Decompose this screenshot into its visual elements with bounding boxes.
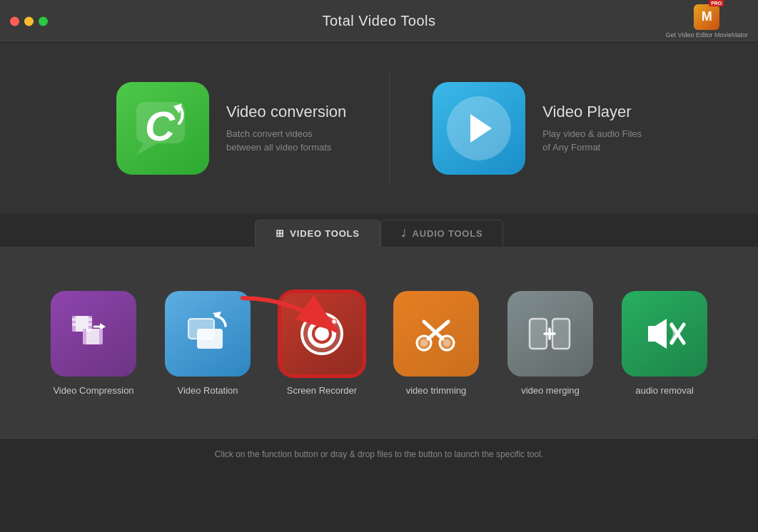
moviemator-icon: M PRO xyxy=(694,4,719,30)
video-rotation-icon-wrap xyxy=(165,291,251,377)
close-button[interactable] xyxy=(10,16,19,26)
pro-badge: PRO xyxy=(709,0,724,6)
svg-rect-15 xyxy=(99,329,103,344)
app-title: Total Video Tools xyxy=(323,13,436,29)
video-tools-tab-icon: ⊞ xyxy=(276,227,285,239)
svg-rect-14 xyxy=(83,329,86,344)
video-player-desc: Play video & audio Filesof Any Format xyxy=(542,127,642,155)
tool-screen-recorder[interactable]: Screen Recorder xyxy=(279,291,365,396)
screen-recorder-icon-wrap xyxy=(279,291,365,377)
tab-audio-tools[interactable]: ♩ AUDIO TOOLS xyxy=(380,220,504,247)
audio-removal-icon-wrap xyxy=(622,291,707,377)
play-bubble xyxy=(447,96,511,160)
play-triangle-icon xyxy=(470,114,492,143)
tab-video-tools[interactable]: ⊞ VIDEO TOOLS xyxy=(255,220,380,247)
video-trimming-icon-wrap xyxy=(393,291,479,377)
tool-video-trimming[interactable]: video trimming xyxy=(393,291,479,396)
tool-video-merging[interactable]: video merging xyxy=(507,291,593,396)
recorder-icon xyxy=(297,309,347,359)
featured-divider xyxy=(389,71,390,185)
tools-section: Video Compression Video Rotation xyxy=(0,247,758,439)
moviemator-label: Get Video Editor MovieMator xyxy=(666,31,748,39)
tool-video-rotation[interactable]: Video Rotation xyxy=(165,291,251,396)
merging-icon xyxy=(525,309,575,359)
status-text: Click on the function button or dray & d… xyxy=(215,449,543,459)
tabs-bar: ⊞ VIDEO TOOLS ♩ AUDIO TOOLS xyxy=(0,214,758,247)
removal-icon xyxy=(640,309,689,359)
moviemator-button[interactable]: M PRO Get Video Editor MovieMator xyxy=(666,4,748,39)
video-conversion-icon: C xyxy=(116,82,209,175)
screen-recorder-label: Screen Recorder xyxy=(287,385,357,396)
video-player-title: Video Player xyxy=(542,103,642,121)
svg-rect-9 xyxy=(89,318,92,321)
video-player-icon xyxy=(433,82,525,175)
video-conversion-title: Video conversion xyxy=(226,103,346,121)
svg-rect-10 xyxy=(89,323,92,326)
svg-marker-35 xyxy=(648,319,667,349)
title-bar: Total Video Tools M PRO Get Video Editor… xyxy=(0,0,758,43)
maximize-button[interactable] xyxy=(39,16,48,26)
featured-section: C Video conversion Batch convert videosb… xyxy=(0,43,758,214)
video-player-text: Video Player Play video & audio Filesof … xyxy=(542,103,642,155)
video-conversion-desc: Batch convert videosbetween all video fo… xyxy=(226,127,346,155)
video-conversion-app[interactable]: C Video conversion Batch convert videosb… xyxy=(116,82,346,175)
status-bar: Click on the function button or dray & d… xyxy=(0,439,758,468)
rotation-icon xyxy=(183,309,233,359)
moviemator-icon-letter: M xyxy=(702,9,712,24)
video-tools-tab-label: VIDEO TOOLS xyxy=(290,228,359,239)
svg-point-28 xyxy=(443,339,450,347)
video-compression-label: Video Compression xyxy=(53,385,133,396)
video-player-app[interactable]: Video Player Play video & audio Filesof … xyxy=(433,82,642,175)
traffic-lights xyxy=(10,16,48,26)
video-merging-label: video merging xyxy=(521,385,580,396)
video-compression-icon-wrap xyxy=(51,291,136,377)
video-conversion-text: Video conversion Batch convert videosbet… xyxy=(226,103,346,155)
audio-tools-tab-label: AUDIO TOOLS xyxy=(413,228,483,239)
svg-rect-17 xyxy=(197,329,223,349)
trimming-icon xyxy=(411,309,461,359)
tool-audio-removal[interactable]: audio removal xyxy=(622,291,707,396)
svg-rect-7 xyxy=(72,318,76,321)
minimize-button[interactable] xyxy=(24,16,34,26)
audio-tools-tab-icon: ♩ xyxy=(401,227,407,239)
video-trimming-label: video trimming xyxy=(406,385,467,396)
svg-point-24 xyxy=(333,319,336,323)
conversion-svg: C xyxy=(131,96,195,160)
svg-text:C: C xyxy=(145,103,176,149)
video-rotation-label: Video Rotation xyxy=(177,385,238,396)
tool-video-compression[interactable]: Video Compression xyxy=(51,291,136,396)
compression-icon xyxy=(69,309,118,359)
svg-point-22 xyxy=(315,327,329,341)
audio-removal-label: audio removal xyxy=(635,385,694,396)
svg-point-26 xyxy=(420,339,428,347)
svg-rect-8 xyxy=(72,323,76,326)
video-merging-icon-wrap xyxy=(507,291,593,377)
